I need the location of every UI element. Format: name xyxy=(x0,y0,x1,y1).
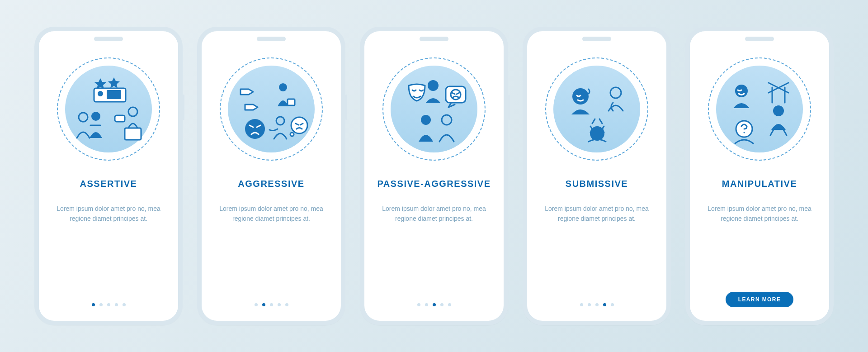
aggressive-icon xyxy=(220,57,323,161)
page-dots[interactable] xyxy=(92,303,126,306)
phone-manipulative: MANIPULATIVE Lorem ipsum dolor amet pro … xyxy=(685,27,834,325)
phone-submissive: SUBMISSIVE Lorem ipsum dolor amet pro no… xyxy=(523,27,671,325)
svg-point-11 xyxy=(276,117,284,125)
phone-row: ASSERTIVE Lorem ipsum dolor amet pro no,… xyxy=(34,27,834,325)
page-dots[interactable] xyxy=(417,303,451,306)
svg-rect-7 xyxy=(115,115,125,122)
phone-assertive: ASSERTIVE Lorem ipsum dolor amet pro no,… xyxy=(34,27,183,325)
svg-rect-2 xyxy=(107,90,121,99)
screen-title: PASSIVE-AGGRESSIVE xyxy=(377,179,491,189)
phone-aggressive: AGGRESSIVE Lorem ipsum dolor amet pro no… xyxy=(197,27,345,325)
svg-point-10 xyxy=(245,119,265,139)
screen-title: ASSERTIVE xyxy=(80,179,137,189)
svg-point-14 xyxy=(428,80,439,91)
assertive-icon xyxy=(57,57,160,161)
page-dots[interactable] xyxy=(255,303,288,306)
learn-more-button[interactable]: LEARN MORE xyxy=(726,292,794,307)
submissive-icon xyxy=(545,57,648,161)
screen-body: Lorem ipsum dolor amet pro no, mea regio… xyxy=(540,204,653,224)
svg-rect-6 xyxy=(125,128,141,140)
svg-point-4 xyxy=(91,112,100,121)
svg-point-18 xyxy=(442,115,452,125)
passive-aggressive-icon xyxy=(382,57,486,161)
manipulative-icon xyxy=(708,57,811,161)
screen-title: MANIPULATIVE xyxy=(722,179,797,189)
screen-body: Lorem ipsum dolor amet pro no, mea regio… xyxy=(52,204,165,224)
svg-point-24 xyxy=(773,105,784,116)
svg-point-17 xyxy=(421,115,431,125)
svg-point-3 xyxy=(79,113,88,122)
svg-point-5 xyxy=(128,107,137,116)
svg-rect-9 xyxy=(288,99,295,105)
svg-point-20 xyxy=(610,87,621,98)
svg-point-13 xyxy=(290,133,294,136)
svg-point-8 xyxy=(279,83,287,91)
screen-title: AGGRESSIVE xyxy=(238,179,304,189)
svg-point-12 xyxy=(291,117,307,133)
svg-point-16 xyxy=(451,90,461,100)
phone-passive-aggressive: PASSIVE-AGGRESSIVE Lorem ipsum dolor ame… xyxy=(360,27,508,325)
svg-point-1 xyxy=(98,91,103,96)
screen-body: Lorem ipsum dolor amet pro no, mea regio… xyxy=(215,204,328,224)
screen-body: Lorem ipsum dolor amet pro no, mea regio… xyxy=(703,204,816,224)
page-dots[interactable] xyxy=(580,303,614,306)
screen-title: SUBMISSIVE xyxy=(566,179,628,189)
screen-body: Lorem ipsum dolor amet pro no, mea regio… xyxy=(377,204,491,224)
